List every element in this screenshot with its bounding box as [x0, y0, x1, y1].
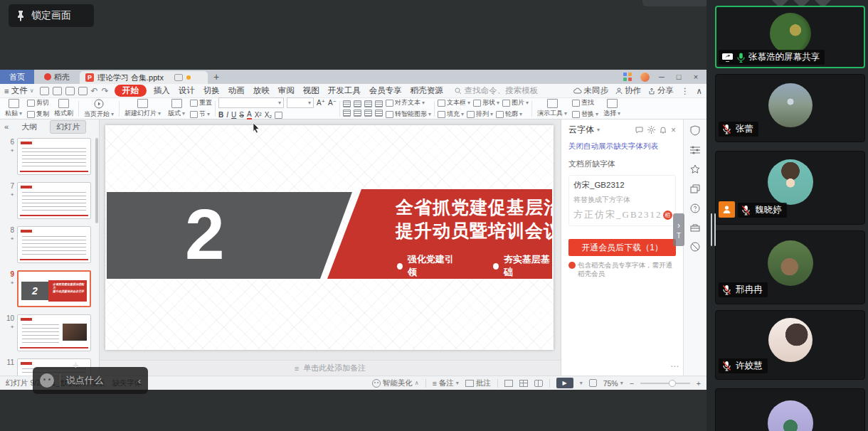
menu-tab-view[interactable]: 视图	[302, 85, 321, 96]
collapse-ribbon-icon[interactable]: ∧	[697, 86, 702, 96]
justify-icon[interactable]	[375, 110, 383, 117]
indent-decrease-icon[interactable]	[364, 100, 372, 107]
align-left-icon[interactable]	[343, 110, 351, 117]
save-icon[interactable]	[40, 87, 49, 95]
panel-more-icon[interactable]: ⋯	[670, 361, 679, 371]
print-icon[interactable]	[65, 87, 75, 95]
layout-button[interactable]: 版式▾	[166, 99, 187, 118]
paste-button[interactable]: 粘贴▾	[3, 99, 24, 118]
normal-view-icon[interactable]	[504, 380, 513, 387]
cut-button[interactable]: 剪切	[27, 98, 49, 107]
shield-icon[interactable]	[690, 125, 700, 136]
participant-tile-sharer[interactable]: 张慕浩的屏幕共享	[715, 6, 865, 68]
fit-slide-icon[interactable]	[589, 379, 597, 387]
font-size-combo[interactable]: ▾	[287, 97, 314, 108]
zoom-slider[interactable]	[640, 383, 690, 384]
zoom-out-button[interactable]: −	[630, 379, 634, 388]
feedback-icon[interactable]	[635, 127, 643, 134]
bullet-list-icon[interactable]	[343, 100, 351, 107]
chat-input-placeholder[interactable]: 说点什么	[66, 374, 132, 387]
panel-drag-grip[interactable]	[711, 213, 716, 246]
play-from-current-button[interactable]: 当页开始▾	[82, 99, 116, 119]
print-preview-icon[interactable]	[78, 87, 88, 95]
layers-icon[interactable]	[690, 184, 700, 193]
tab-outline[interactable]: 大纲	[16, 121, 43, 133]
align-center-icon[interactable]	[354, 110, 361, 117]
comments-button[interactable]: 批注	[465, 378, 491, 388]
file-menu[interactable]: ≡ 文件 ∨	[4, 85, 34, 96]
maximize-button[interactable]: □	[671, 70, 687, 83]
play-options-caret[interactable]: ▾	[580, 380, 583, 386]
panel-expand-handle[interactable]: › T	[673, 213, 684, 246]
zoom-level[interactable]: 75%▾	[603, 379, 623, 388]
profile-badge-icon[interactable]	[719, 201, 735, 218]
tab-document[interactable]: P 理论学习 合集.pptx	[80, 71, 208, 84]
font-family-combo[interactable]: ▾	[218, 97, 284, 108]
sliders-icon[interactable]	[690, 146, 700, 154]
slideshow-play-button[interactable]: ▶	[556, 378, 573, 388]
tab-docer[interactable]: 稻壳	[34, 70, 80, 84]
decrease-font-button[interactable]: A⁻	[328, 99, 337, 107]
emoji-icon[interactable]	[40, 373, 54, 388]
help-icon[interactable]	[690, 203, 700, 213]
strikethrough-button[interactable]: S	[239, 111, 244, 119]
number-list-icon[interactable]	[354, 100, 361, 107]
reading-view-icon[interactable]	[534, 380, 543, 387]
menu-tab-animation[interactable]: 动画	[227, 85, 246, 96]
collaborate-button[interactable]: 协作	[615, 85, 641, 96]
copy-button[interactable]: 复制	[27, 110, 49, 119]
slide-thumbnail-6[interactable]: 6✦	[3, 138, 92, 175]
menu-tab-member[interactable]: 会员专享	[368, 85, 403, 96]
download-after-member-button[interactable]: 开通会员后下载（1）	[568, 239, 676, 256]
shape-button[interactable]: 形状▾	[473, 98, 499, 107]
picture-button[interactable]: 图片▾	[502, 98, 529, 107]
notes-bar[interactable]: ≡ 单击此处添加备注	[100, 360, 561, 376]
tab-slides[interactable]: 幻灯片	[50, 120, 86, 134]
underline-button[interactable]: U	[231, 111, 236, 119]
bell-icon[interactable]	[660, 126, 667, 134]
new-slide-button[interactable]: 新建幻灯片▾	[122, 99, 163, 118]
close-panel-icon[interactable]: ×	[671, 125, 676, 135]
new-tab-button[interactable]: +	[208, 70, 225, 84]
menu-tab-review[interactable]: 审阅	[277, 85, 296, 96]
disable-autoshow-link[interactable]: 关闭自动展示缺失字体列表	[568, 142, 676, 151]
reset-button[interactable]: 重置	[190, 98, 212, 107]
align-right-icon[interactable]	[364, 110, 372, 117]
share-button[interactable]: 分享	[648, 85, 674, 96]
chat-add-icon[interactable]: +	[73, 358, 79, 371]
close-button[interactable]: ×	[688, 70, 704, 83]
participant-tile[interactable]: 许姣慧	[715, 310, 865, 380]
meeting-chat-overlay[interactable]: + 说点什么 ‹	[33, 367, 148, 394]
italic-button[interactable]: I	[226, 111, 228, 119]
zoom-in-button[interactable]: +	[697, 379, 701, 388]
slide-sorter-view-icon[interactable]	[519, 380, 528, 387]
slide-editing-area[interactable]: 2 全省抓党建促基层治理能力 提升动员暨培训会议召开 强化党建引领 夯实基层基础	[105, 125, 554, 350]
sync-status[interactable]: 未同步	[573, 85, 609, 96]
star-icon[interactable]	[690, 164, 700, 174]
menu-tab-insert[interactable]: 插入	[152, 85, 171, 96]
menu-tab-slideshow[interactable]: 放映	[252, 85, 271, 96]
output-icon[interactable]	[53, 87, 62, 95]
slide-number-banner[interactable]: 2	[107, 192, 352, 279]
subscript-button[interactable]: X₂	[265, 111, 272, 119]
menu-tab-design[interactable]: 设计	[177, 85, 196, 96]
minimize-button[interactable]: ─	[654, 70, 669, 83]
fill-button[interactable]: 填充▾	[438, 110, 464, 119]
redo-icon[interactable]: ↷	[102, 86, 109, 96]
format-painter-button[interactable]: 格式刷	[52, 99, 75, 118]
slide-thumbnail-8[interactable]: 8✦	[3, 226, 92, 263]
slide-canvas[interactable]: 2 全省抓党建促基层治理能力 提升动员暨培训会议召开 强化党建引领 夯实基层基础…	[100, 119, 561, 376]
section-button[interactable]: 节▾	[190, 110, 212, 119]
bold-button[interactable]: B	[218, 111, 223, 119]
command-search[interactable]: 查找命令、搜索模板	[455, 85, 539, 96]
notes-toggle-button[interactable]: ≡备注▾	[433, 378, 459, 388]
smart-beautify-button[interactable]: 智能美化∧	[372, 378, 419, 388]
arrange-button[interactable]: 排列▾	[467, 110, 493, 119]
no-entry-icon[interactable]	[690, 242, 700, 252]
participant-tile[interactable]: 魏晓婷	[715, 151, 865, 225]
tab-home[interactable]: 首页	[0, 70, 34, 84]
chat-collapse-icon[interactable]: ‹	[138, 376, 141, 386]
slide-thumbnail-9-selected[interactable]: 9✦ 2 全省抓党建促基层治理能力提升动员暨培训会议召开	[3, 270, 92, 307]
participant-tile[interactable]: 邢冉冉	[715, 230, 865, 304]
account-avatar[interactable]	[637, 70, 652, 83]
